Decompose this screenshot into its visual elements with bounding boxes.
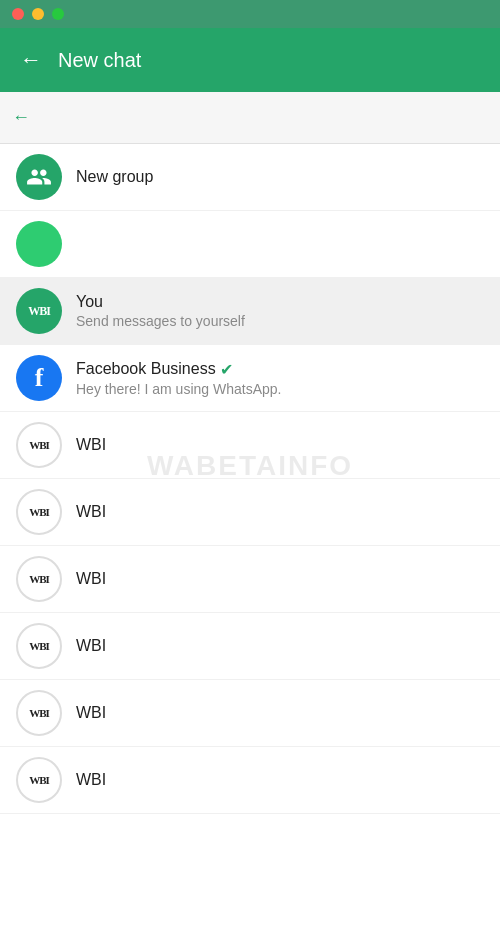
wbi-item-5[interactable]: WBI WBI <box>0 680 500 747</box>
you-name: You <box>76 293 484 311</box>
wbi-avatar-3: WBI <box>16 556 62 602</box>
facebook-name: Facebook Business <box>76 360 216 378</box>
facebook-info: Facebook Business ✔ Hey there! I am usin… <box>76 360 484 397</box>
you-sub: Send messages to yourself <box>76 313 484 329</box>
green-circle-avatar <box>16 221 62 267</box>
back-icon[interactable]: ← <box>20 47 42 73</box>
wbi-info-4: WBI <box>76 637 484 655</box>
wbi-avatar-6: WBI <box>16 757 62 803</box>
wbi-info-3: WBI <box>76 570 484 588</box>
search-back-icon[interactable]: ← <box>12 107 30 128</box>
wbi-avatar-2: WBI <box>16 489 62 535</box>
contact-list: New group WBI You Send messages to yours… <box>0 144 500 932</box>
title-bar <box>0 0 500 28</box>
verified-icon: ✔ <box>220 360 233 379</box>
you-item[interactable]: WBI You Send messages to yourself <box>0 278 500 345</box>
wbi-item-1[interactable]: WBI WBI <box>0 412 500 479</box>
wbi-item-4[interactable]: WBI WBI <box>0 613 500 680</box>
plain-green-item[interactable] <box>0 211 500 278</box>
page-header: ← New chat <box>0 28 500 92</box>
facebook-name-row: Facebook Business ✔ <box>76 360 484 379</box>
wbi-info-6: WBI <box>76 771 484 789</box>
wbi-avatar-1: WBI <box>16 422 62 468</box>
minimize-button[interactable] <box>32 8 44 20</box>
page-title: New chat <box>58 49 141 72</box>
you-avatar: WBI <box>16 288 62 334</box>
wbi-avatar-5: WBI <box>16 690 62 736</box>
facebook-business-item[interactable]: f Facebook Business ✔ Hey there! I am us… <box>0 345 500 412</box>
wbi-name-3: WBI <box>76 570 484 588</box>
maximize-button[interactable] <box>52 8 64 20</box>
search-input[interactable] <box>40 109 488 127</box>
you-info: You Send messages to yourself <box>76 293 484 329</box>
wbi-name-6: WBI <box>76 771 484 789</box>
facebook-avatar: f <box>16 355 62 401</box>
wbi-item-6[interactable]: WBI WBI <box>0 747 500 814</box>
wbi-info-1: WBI <box>76 436 484 454</box>
wbi-name-5: WBI <box>76 704 484 722</box>
wbi-item-2[interactable]: WBI WBI <box>0 479 500 546</box>
close-button[interactable] <box>12 8 24 20</box>
new-group-name: New group <box>76 168 484 186</box>
facebook-sub: Hey there! I am using WhatsApp. <box>76 381 484 397</box>
wbi-item-3[interactable]: WBI WBI <box>0 546 500 613</box>
wbi-name-1: WBI <box>76 436 484 454</box>
new-group-item[interactable]: New group <box>0 144 500 211</box>
new-group-info: New group <box>76 168 484 186</box>
wbi-info-5: WBI <box>76 704 484 722</box>
search-bar: ← <box>0 92 500 144</box>
wbi-info-2: WBI <box>76 503 484 521</box>
wbi-name-2: WBI <box>76 503 484 521</box>
new-group-avatar <box>16 154 62 200</box>
wbi-name-4: WBI <box>76 637 484 655</box>
wbi-avatar-4: WBI <box>16 623 62 669</box>
